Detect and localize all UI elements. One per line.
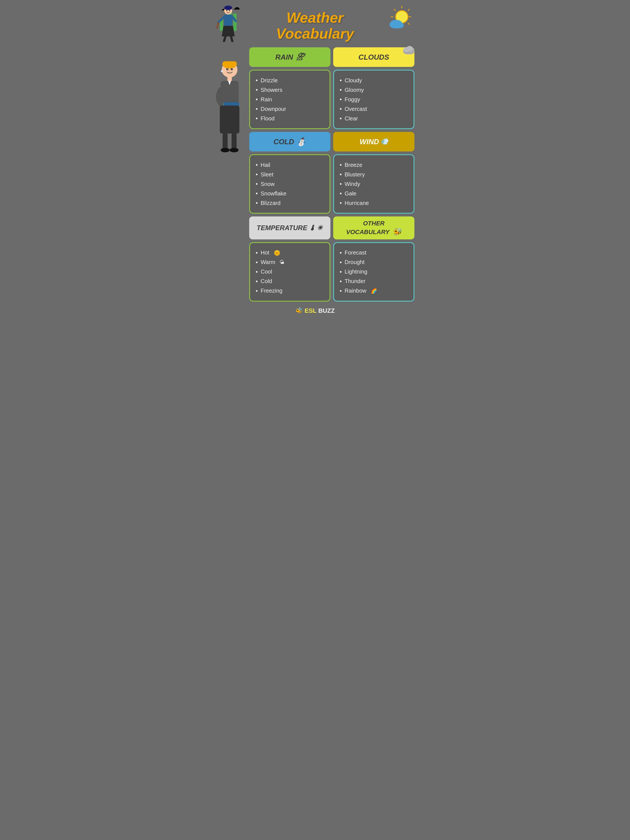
wind-icon: 💨: [381, 138, 388, 145]
esl-label: ESL: [305, 307, 317, 314]
list-item: Clear: [339, 114, 408, 123]
content-area: RAIN ⛈ CLOUDS: [216, 47, 414, 302]
buzz-label: BUZZ: [318, 307, 335, 314]
temperature-list: Hot 🌞 Warm 🌤 Cool Cold Freezing: [249, 242, 330, 302]
sun-decoration: [387, 6, 412, 32]
cold-list: Hail Sleet Snow Snowflake Blizzard: [249, 154, 330, 214]
svg-point-24: [390, 23, 403, 28]
list-item: Cool: [256, 267, 324, 276]
wind-label: WIND: [360, 137, 379, 146]
svg-point-31: [227, 69, 228, 69]
warm-sun-icon: 🌤: [279, 259, 284, 265]
svg-rect-42: [232, 133, 237, 150]
row-headers-2: COLD ⛄ WIND 💨: [249, 132, 414, 152]
svg-rect-34: [227, 77, 232, 81]
cold-label: COLD: [273, 137, 294, 146]
clouds-label: CLOUDS: [358, 53, 389, 62]
page-wrapper: ☁ ☁ ☁: [210, 0, 420, 326]
temperature-label: TEMPERATURE: [257, 224, 308, 232]
svg-line-17: [394, 9, 395, 10]
list-item: Showers: [256, 85, 324, 95]
bee-icon: 🐝: [393, 227, 401, 236]
rain-header: RAIN ⛈: [249, 47, 330, 67]
row-lists-1: Drizzle Showers Rain Downpour Flood Clou…: [249, 70, 414, 129]
svg-point-49: [406, 46, 413, 52]
wind-header: WIND 💨: [333, 132, 414, 152]
title-line1: Weather: [216, 10, 414, 26]
list-item: Rain: [256, 95, 324, 104]
footer: 🐝 ESL BUZZ: [216, 307, 414, 314]
list-item: Lightning: [339, 267, 408, 276]
wind-list: Breeze Blustery Windy Gale Hurricane: [333, 154, 414, 214]
svg-point-33: [229, 70, 231, 71]
other-list: Forecast Drought Lightning Thunder Rainb…: [333, 242, 414, 302]
rainbow-icon: 🌈: [371, 288, 377, 294]
sun-hot-icon: ☀: [317, 224, 323, 232]
list-item: Snow: [256, 179, 324, 189]
title-line2: Vocabulary: [216, 26, 414, 42]
clouds-list: Cloudy Gloomy Foggy Overcast Clear: [333, 70, 414, 129]
row-lists-3: Hot 🌞 Warm 🌤 Cool Cold Freezing: [249, 242, 414, 302]
list-item: Windy: [339, 179, 408, 189]
svg-point-44: [230, 148, 238, 152]
list-item: Downpour: [256, 104, 324, 114]
bee-footer-icon: 🐝: [295, 307, 303, 314]
list-item: Sleet: [256, 170, 324, 179]
svg-point-28: [221, 70, 223, 72]
hot-sun-icon: 🌞: [273, 249, 281, 256]
list-item: Blizzard: [256, 198, 324, 208]
svg-line-19: [408, 9, 409, 10]
row-lists-2: Hail Sleet Snow Snowflake Blizzard Breez…: [249, 154, 414, 214]
list-item: Blustery: [339, 170, 408, 179]
rain-label: RAIN: [275, 53, 293, 62]
list-item: Cold: [256, 276, 324, 286]
rain-list: Drizzle Showers Rain Downpour Flood: [249, 70, 330, 129]
cold-header: COLD ⛄: [249, 132, 330, 152]
list-item: Foggy: [339, 95, 408, 104]
row-headers-3: TEMPERATURE 🌡 ☀ OTHERVOCABULARY 🐝: [249, 216, 414, 239]
svg-line-18: [408, 23, 409, 24]
list-item: Snowflake: [256, 189, 324, 198]
list-item: Thunder: [339, 276, 408, 286]
teacher-main: [213, 61, 246, 158]
snowman-icon: ⛄: [296, 137, 306, 147]
list-item: Hurricane: [339, 198, 408, 208]
list-item: Breeze: [339, 160, 408, 170]
list-item: Hail: [256, 160, 324, 170]
list-item: Forecast: [339, 248, 408, 257]
list-item: Rainbow 🌈: [339, 286, 408, 296]
list-item: Drought: [339, 257, 408, 267]
svg-point-32: [232, 69, 233, 69]
svg-point-43: [221, 148, 230, 152]
list-item: Gale: [339, 189, 408, 198]
cloud-deco-icon: [402, 44, 416, 54]
other-label: OTHERVOCABULARY: [346, 220, 389, 235]
thermometer-icon: 🌡: [309, 224, 316, 232]
list-item: Freezing: [256, 286, 324, 296]
list-item: Overcast: [339, 104, 408, 114]
row-headers-1: RAIN ⛈ CLOUDS: [249, 47, 414, 67]
other-header: OTHERVOCABULARY 🐝: [333, 216, 414, 239]
clouds-header: CLOUDS: [333, 47, 414, 67]
list-item: Flood: [256, 114, 324, 123]
list-item: Warm 🌤: [256, 257, 324, 267]
temperature-header: TEMPERATURE 🌡 ☀: [249, 216, 330, 239]
rain-icon: ⛈: [296, 52, 304, 62]
svg-rect-41: [223, 133, 227, 150]
svg-rect-40: [220, 106, 239, 134]
list-item: Cloudy: [339, 76, 408, 85]
page-header: Weather Vocabulary: [216, 6, 414, 44]
list-item: Hot 🌞: [256, 248, 324, 257]
vocab-grid-area: RAIN ⛈ CLOUDS: [249, 47, 414, 302]
list-item: Drizzle: [256, 76, 324, 85]
list-item: Gloomy: [339, 85, 408, 95]
